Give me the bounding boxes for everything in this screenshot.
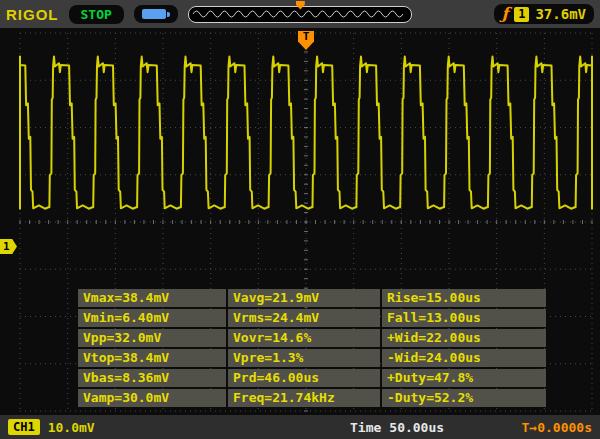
measurement-pduty: +Duty=47.8%: [382, 369, 546, 387]
measurement-fall: Fall=13.00us: [382, 309, 546, 327]
timebase-readout: Time 50.00us: [350, 420, 444, 435]
measurement-nwid: -Wid=24.00us: [382, 349, 546, 367]
trigger-level-readout: 37.6mV: [535, 6, 586, 22]
measurement-vavg: Vavg=21.9mV: [228, 289, 380, 307]
memory-depth-preview: [188, 6, 412, 23]
measurement-vmin: Vmin=6.40mV: [78, 309, 226, 327]
measurement-vpre: Vpre=1.3%: [228, 349, 380, 367]
battery-body-icon: [142, 9, 166, 19]
trigger-source-badge: 1: [514, 7, 529, 22]
oscilloscope-screen: RIGOL STOP ƒ 1 37.6mV T 1 Vmax=38.4mV Va…: [0, 0, 600, 439]
measurement-prd: Prd=46.00us: [228, 369, 380, 387]
measurement-vtop: Vtop=38.4mV: [78, 349, 226, 367]
battery-tip-icon: [167, 12, 170, 17]
battery-icon: [134, 5, 178, 23]
rigol-logo: RIGOL: [6, 6, 59, 23]
memory-waveform-icon: [189, 7, 409, 20]
timebase-label: Time: [350, 420, 381, 435]
trigger-info-group: ƒ 1 37.6mV: [494, 4, 594, 24]
bottom-status-bar: CH1 10.0mV Time 50.00us T→0.0000s: [0, 415, 600, 439]
trigger-edge-icon: ƒ: [502, 6, 509, 22]
measurement-rise: Rise=15.00us: [382, 289, 546, 307]
timebase-value: 50.00us: [389, 420, 444, 435]
measurement-vbas: Vbas=8.36mV: [78, 369, 226, 387]
measurement-vovr: Vovr=14.6%: [228, 329, 380, 347]
measurement-vpp: Vpp=32.0mV: [78, 329, 226, 347]
measurement-vamp: Vamp=30.0mV: [78, 389, 226, 407]
measurement-vmax: Vmax=38.4mV: [78, 289, 226, 307]
measurement-nduty: -Duty=52.2%: [382, 389, 546, 407]
waveform-display-area: T 1 Vmax=38.4mV Vavg=21.9mV Rise=15.00us…: [0, 28, 600, 415]
measurements-panel: Vmax=38.4mV Vavg=21.9mV Rise=15.00us Vmi…: [78, 289, 546, 407]
measurement-pwid: +Wid=22.00us: [382, 329, 546, 347]
measurement-freq: Freq=21.74kHz: [228, 389, 380, 407]
channel1-badge: CH1: [8, 419, 40, 435]
measurement-vrms: Vrms=24.4mV: [228, 309, 380, 327]
run-status-badge: STOP: [69, 5, 124, 24]
top-status-bar: RIGOL STOP ƒ 1 37.6mV: [0, 0, 600, 28]
channel1-scale-readout: 10.0mV: [48, 420, 95, 435]
trigger-offset-readout: T→0.0000s: [522, 420, 592, 435]
